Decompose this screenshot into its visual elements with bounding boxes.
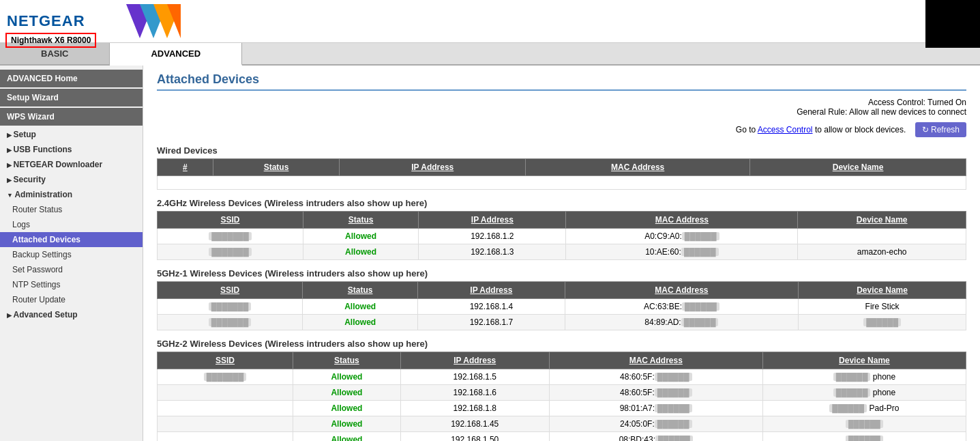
- cell-mac: 98:01:A7:██████: [549, 401, 762, 416]
- sidebar-item-setup-wizard[interactable]: Setup Wizard: [0, 89, 143, 106]
- cell-mac: 48:60:5F:██████: [549, 385, 762, 401]
- cell-status: Allowed: [293, 432, 401, 442]
- cell-ip: 192.168.1.7: [418, 315, 565, 330]
- wireless-5g2-section-title: 5GHz-2 Wireless Devices (Wireless intrud…: [157, 339, 966, 349]
- w5g2-col-name: Device Name: [762, 352, 966, 369]
- cell-status: Allowed: [303, 244, 418, 260]
- cell-device-name: amazon-echo: [798, 244, 966, 260]
- table-row: Allowed192.168.1.898:01:A7:████████████ …: [158, 401, 966, 416]
- cell-status: Allowed: [293, 416, 401, 432]
- cell-mac: 84:89:AD:██████: [565, 315, 799, 330]
- sidebar-item-backup-settings[interactable]: Backup Settings: [0, 247, 143, 262]
- cell-device-name: ██████ phone: [762, 369, 966, 385]
- access-control-text: Go to: [736, 125, 756, 134]
- wireless-5g1-table: SSID Status IP Address MAC Address Devic…: [157, 281, 966, 330]
- wired-empty-row: [158, 176, 966, 190]
- sidebar-item-attached-devices[interactable]: Attached Devices: [0, 232, 143, 247]
- device-name: Nighthawk X6 R8000: [5, 33, 96, 48]
- cell-device-name: ██████ phone: [762, 385, 966, 401]
- cell-ip: 192.168.1.2: [419, 229, 566, 244]
- cell-ssid: ███████: [158, 299, 303, 315]
- wired-col-name: Device Name: [750, 159, 966, 176]
- w5g1-col-name: Device Name: [799, 282, 966, 299]
- cell-ssid: [158, 432, 293, 442]
- sidebar-item-wps-wizard[interactable]: WPS Wizard: [0, 108, 143, 126]
- cell-ssid: [158, 416, 293, 432]
- cell-device-name: ██████: [762, 432, 966, 442]
- cell-ip: 192.168.1.50: [400, 432, 549, 442]
- table-row: Allowed192.168.1.5008:BD:43:████████████: [158, 432, 966, 442]
- cell-device-name: Fire Stick: [799, 299, 966, 315]
- header: NETGEAR: [0, 0, 980, 43]
- w5g2-col-mac: MAC Address: [549, 352, 762, 369]
- sidebar-item-advanced-home[interactable]: ADVANCED Home: [0, 70, 143, 87]
- w24-col-ip: IP Address: [419, 212, 566, 229]
- wired-col-num: #: [158, 159, 213, 176]
- wired-table: # Status IP Address MAC Address Device N…: [157, 158, 966, 190]
- header-black-box: [925, 0, 980, 48]
- sidebar-toggle-setup[interactable]: Setup: [0, 127, 143, 142]
- sidebar-toggle-advanced-setup[interactable]: Advanced Setup: [0, 307, 143, 322]
- sidebar-toggle-security[interactable]: Security: [0, 172, 143, 187]
- wireless-5g2-table: SSID Status IP Address MAC Address Devic…: [157, 352, 966, 441]
- table-row: ███████Allowed192.168.1.310:AE:60:██████…: [158, 244, 966, 260]
- cell-ssid: ███████: [158, 315, 303, 330]
- access-status-line2: General Rule: Allow all new devices to c…: [797, 107, 966, 117]
- refresh-button[interactable]: ↻ Refresh: [915, 122, 966, 137]
- logo-area: NETGEAR: [7, 12, 85, 30]
- cell-mac: 10:AE:60:██████: [566, 244, 798, 260]
- sidebar-item-ntp-settings[interactable]: NTP Settings: [0, 277, 143, 292]
- cell-status: Allowed: [293, 385, 401, 401]
- logo-graphic: [99, 4, 181, 38]
- cell-ip: 192.168.1.4: [418, 299, 565, 315]
- w5g2-col-ip: IP Address: [400, 352, 549, 369]
- table-row: ███████Allowed192.168.1.784:89:AD:██████…: [158, 315, 966, 330]
- tab-bar: BASIC ADVANCED: [0, 43, 980, 66]
- sidebar-item-set-password[interactable]: Set Password: [0, 262, 143, 277]
- access-control-link[interactable]: Access Control: [758, 125, 813, 134]
- sidebar-item-logs[interactable]: Logs: [0, 217, 143, 232]
- content-area: Attached Devices Access Control: Turned …: [143, 66, 980, 441]
- w5g1-col-mac: MAC Address: [565, 282, 799, 299]
- w5g2-col-ssid: SSID: [158, 352, 293, 369]
- wired-col-ip: IP Address: [340, 159, 526, 176]
- sidebar: ADVANCED Home Setup Wizard WPS Wizard Se…: [0, 66, 143, 441]
- main-layout: ADVANCED Home Setup Wizard WPS Wizard Se…: [0, 66, 980, 441]
- w24-col-name: Device Name: [798, 212, 966, 229]
- wired-col-status: Status: [213, 159, 339, 176]
- cell-mac: AC:63:BE:██████: [565, 299, 799, 315]
- tab-advanced[interactable]: ADVANCED: [110, 43, 242, 66]
- w24-col-mac: MAC Address: [566, 212, 798, 229]
- cell-ip: 192.168.1.6: [400, 385, 549, 401]
- cell-ssid: [158, 401, 293, 416]
- sidebar-toggle-usb[interactable]: USB Functions: [0, 142, 143, 157]
- cell-device-name: ██████ Pad-Pro: [762, 401, 966, 416]
- table-row: ███████Allowed192.168.1.548:60:5F:██████…: [158, 369, 966, 385]
- cell-ssid: ███████: [158, 369, 293, 385]
- cell-status: Allowed: [303, 299, 418, 315]
- cell-mac: 08:BD:43:██████: [549, 432, 762, 442]
- wired-section-title: Wired Devices: [157, 145, 966, 156]
- table-row: ███████Allowed192.168.1.4AC:63:BE:██████…: [158, 299, 966, 315]
- cell-status: Allowed: [293, 369, 401, 385]
- cell-ip: 192.168.1.5: [400, 369, 549, 385]
- logo: NETGEAR: [7, 12, 85, 30]
- cell-ssid: [158, 385, 293, 401]
- cell-ip: 192.168.1.3: [419, 244, 566, 260]
- table-row: Allowed192.168.1.4524:05:0F:████████████: [158, 416, 966, 432]
- cell-ssid: ███████: [158, 244, 303, 260]
- w5g1-col-ip: IP Address: [418, 282, 565, 299]
- sidebar-item-router-update[interactable]: Router Update: [0, 292, 143, 307]
- refresh-icon: ↻: [922, 125, 929, 134]
- wireless-5g1-section-title: 5GHz-1 Wireless Devices (Wireless intrud…: [157, 268, 966, 279]
- sidebar-toggle-administration[interactable]: Administration: [0, 187, 143, 202]
- sidebar-item-router-status[interactable]: Router Status: [0, 202, 143, 217]
- cell-mac: A0:C9:A0:██████: [566, 229, 798, 244]
- cell-ssid: ███████: [158, 229, 303, 244]
- cell-status: Allowed: [303, 315, 418, 330]
- top-bar: Access Control: Turned On General Rule: …: [157, 98, 966, 117]
- cell-mac: 24:05:0F:██████: [549, 416, 762, 432]
- wired-col-mac: MAC Address: [526, 159, 750, 176]
- sidebar-toggle-downloader[interactable]: NETGEAR Downloader: [0, 157, 143, 172]
- table-row: Allowed192.168.1.648:60:5F:████████████ …: [158, 385, 966, 401]
